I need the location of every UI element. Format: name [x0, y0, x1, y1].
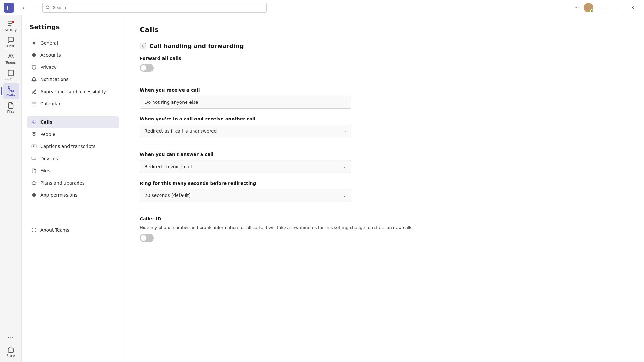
calls-icon: [7, 85, 15, 93]
more-options-button[interactable]: ···: [572, 3, 581, 12]
forward-all-calls-row: Forward all calls: [140, 56, 629, 73]
files-settings-icon: [31, 168, 37, 174]
in-call-chevron: ⌄: [343, 129, 346, 133]
title-bar-actions: ···: [572, 3, 593, 12]
svg-rect-19: [32, 157, 35, 159]
ring-seconds-dropdown[interactable]: 20 seconds (default) ⌄: [140, 189, 351, 202]
files-settings-label: Files: [40, 168, 50, 173]
window-controls: ─ □ ✕: [596, 3, 640, 13]
chat-icon: [7, 36, 15, 44]
sidebar-item-chat[interactable]: Chat: [3, 34, 19, 50]
settings-nav-general[interactable]: General: [27, 37, 119, 49]
chat-label: Chat: [7, 45, 14, 48]
svg-rect-7: [8, 70, 13, 76]
divider-3: [140, 210, 351, 210]
divider-2: [140, 145, 351, 145]
settings-nav-plans[interactable]: Plans and upgrades: [27, 177, 119, 189]
cant-answer-value: Redirect to voicemail: [144, 164, 192, 169]
captions-icon: [31, 143, 37, 150]
settings-nav-about[interactable]: About Teams: [27, 224, 119, 236]
svg-rect-16: [32, 135, 34, 136]
files-label: Files: [7, 110, 14, 113]
teams-label: Teams: [6, 61, 16, 64]
svg-line-3: [49, 8, 50, 9]
privacy-label: Privacy: [40, 65, 57, 70]
search-input[interactable]: [53, 5, 263, 10]
settings-nav-privacy[interactable]: Privacy: [27, 62, 119, 73]
svg-rect-22: [34, 193, 36, 195]
sidebar-nav: Activity Chat Teams: [0, 15, 22, 362]
appearance-label: Appearance and accessibility: [40, 89, 106, 94]
receive-call-chevron: ⌄: [343, 100, 346, 104]
settings-nav-calendar[interactable]: Calendar: [27, 98, 119, 110]
app-body: Activity Chat Teams: [0, 15, 644, 362]
sidebar-item-calls[interactable]: Calls: [3, 83, 19, 99]
store-label: Store: [6, 354, 15, 358]
minimize-button[interactable]: ─: [596, 3, 611, 13]
svg-rect-21: [32, 193, 34, 195]
settings-sidebar: Settings General Accounts: [22, 15, 124, 362]
section-header: Call handling and forwarding: [140, 43, 629, 49]
sidebar-item-teams[interactable]: Teams: [3, 51, 19, 66]
caller-id-section: Caller ID Hide my phone number and profi…: [140, 216, 629, 243]
settings-nav-devices[interactable]: Devices: [27, 153, 119, 164]
calls-settings-icon: [31, 119, 37, 125]
calendar-settings-icon: [31, 101, 37, 107]
cant-answer-dropdown[interactable]: Redirect to voicemail ⌄: [140, 160, 351, 173]
settings-nav-appearance[interactable]: Appearance and accessibility: [27, 86, 119, 97]
forward-all-calls-toggle[interactable]: [140, 64, 154, 72]
receive-call-value: Do not ring anyone else: [144, 100, 198, 105]
svg-point-8: [33, 42, 35, 44]
avatar-status: [590, 9, 593, 12]
search-icon: [46, 5, 50, 10]
avatar[interactable]: [584, 3, 593, 12]
back-button[interactable]: ‹: [19, 3, 28, 12]
forward-button[interactable]: ›: [29, 3, 38, 12]
sidebar-item-more[interactable]: ···: [3, 332, 19, 343]
settings-nav-calls[interactable]: Calls: [27, 116, 119, 128]
maximize-button[interactable]: □: [611, 3, 625, 13]
caller-id-toggle[interactable]: [140, 234, 154, 242]
settings-nav-notifications[interactable]: Notifications: [27, 74, 119, 85]
cant-answer-chevron: ⌄: [343, 164, 346, 169]
ring-seconds-value: 20 seconds (default): [144, 193, 191, 198]
settings-divider-bottom: [27, 221, 119, 221]
accounts-icon: [31, 52, 37, 58]
forward-all-calls-toggle-container: [140, 64, 154, 72]
activity-label: Activity: [5, 28, 17, 32]
section-collapse-button[interactable]: [140, 43, 146, 49]
sidebar-item-calendar[interactable]: Calendar: [3, 67, 19, 83]
svg-point-6: [12, 54, 13, 56]
search-bar[interactable]: [42, 3, 267, 13]
settings-nav-captions[interactable]: Captions and transcripts: [27, 141, 119, 152]
in-call-dropdown[interactable]: Redirect as if call is unanswered ⌄: [140, 125, 351, 137]
settings-nav-files[interactable]: Files: [27, 165, 119, 177]
receive-call-label: When you receive a call: [140, 87, 629, 93]
in-call-value: Redirect as if call is unanswered: [144, 128, 217, 134]
title-bar: T ‹ › ··· ─ □ ✕: [0, 0, 644, 15]
svg-rect-14: [32, 132, 34, 134]
forward-all-calls-label: Forward all calls: [140, 56, 629, 61]
svg-rect-23: [32, 195, 34, 197]
svg-point-4: [12, 21, 14, 23]
svg-rect-13: [32, 102, 36, 106]
sidebar-item-store[interactable]: Store: [3, 344, 19, 359]
people-label: People: [40, 132, 55, 137]
sidebar-item-activity[interactable]: Activity: [3, 18, 19, 34]
settings-nav-app-permissions[interactable]: App permissions: [27, 189, 119, 201]
settings-nav-people[interactable]: People: [27, 128, 119, 140]
app-permissions-icon: [31, 192, 37, 198]
close-button[interactable]: ✕: [625, 3, 640, 13]
receive-call-dropdown[interactable]: Do not ring anyone else ⌄: [140, 96, 351, 109]
teams-icon: [7, 53, 15, 60]
devices-icon: [31, 155, 37, 162]
section-title: Call handling and forwarding: [149, 43, 244, 49]
settings-nav-accounts[interactable]: Accounts: [27, 49, 119, 61]
teams-logo: T: [4, 3, 14, 13]
divider-1: [140, 81, 351, 81]
caller-id-toggle-container: [140, 234, 154, 242]
sidebar-item-files[interactable]: Files: [3, 100, 19, 115]
appearance-icon: [31, 88, 37, 95]
caller-id-title: Caller ID: [140, 216, 629, 221]
in-call-row: When you're in a call and receive anothe…: [140, 116, 629, 137]
